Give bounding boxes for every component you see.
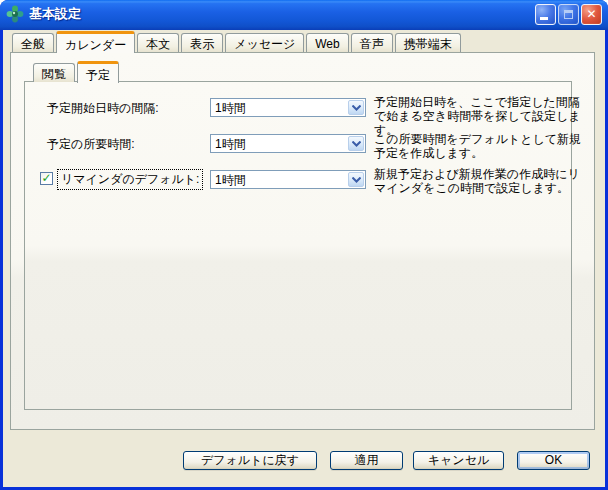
tab-voice[interactable]: 音声 [351, 33, 393, 52]
tab-message[interactable]: メッセージ [225, 33, 304, 52]
tab-body[interactable]: 本文 [137, 33, 179, 52]
window-title: 基本設定 [29, 5, 535, 23]
start-interval-value: 1時間 [211, 99, 347, 116]
reminder-value: 1時間 [211, 171, 347, 188]
start-interval-description: 予定開始日時を、ここで指定した間隔で始まる空き時間帯を探して設定します。 [374, 95, 589, 137]
reminder-checkbox[interactable]: ✓ [40, 172, 53, 185]
reminder-select[interactable]: 1時間 [210, 170, 366, 189]
chevron-down-icon[interactable] [348, 100, 364, 115]
tab-mobile[interactable]: 携帯端末 [395, 33, 461, 52]
apply-button[interactable]: 適用 [330, 451, 403, 470]
app-icon [6, 5, 24, 23]
maximize-button[interactable] [558, 4, 579, 25]
main-tabstrip: 全般 カレンダー 本文 表示 メッセージ Web 音声 携帯端末 [12, 31, 461, 52]
duration-description: この所要時間をデフォルトとして新規予定を作成します。 [374, 132, 589, 160]
titlebar[interactable]: 基本設定 ✕ [0, 0, 608, 30]
duration-select[interactable]: 1時間 [210, 134, 366, 153]
subtab-browse[interactable]: 閲覧 [33, 63, 75, 82]
reminder-label[interactable]: リマインダのデフォルト: [57, 169, 203, 190]
tab-web[interactable]: Web [306, 33, 348, 52]
minimize-icon [540, 17, 548, 20]
chevron-down-icon[interactable] [348, 136, 364, 151]
dialog-window: 基本設定 ✕ 全般 カレンダー 本文 表示 メッセージ Web 音声 携帯端末 [0, 0, 608, 490]
tab-display[interactable]: 表示 [181, 33, 223, 52]
duration-value: 1時間 [211, 135, 347, 152]
cancel-button[interactable]: キャンセル [413, 451, 504, 470]
calendar-tab-panel: 閲覧 予定 予定開始日時の間隔: 1時間 予定開始日時を、ここで指定した間隔で始… [10, 52, 595, 430]
sub-tabstrip: 閲覧 予定 [33, 60, 119, 82]
duration-label: 予定の所要時間: [47, 136, 135, 153]
window-controls: ✕ [535, 4, 602, 25]
tab-general[interactable]: 全般 [12, 33, 54, 52]
reminder-description: 新規予定および新規作業の作成時にリマインダをこの時間で設定します。 [374, 167, 589, 195]
close-icon: ✕ [582, 7, 601, 22]
restore-defaults-button[interactable]: デフォルトに戻す [183, 451, 317, 470]
start-interval-label: 予定開始日時の間隔: [47, 100, 159, 117]
tab-calendar[interactable]: カレンダー [56, 31, 135, 53]
close-button[interactable]: ✕ [581, 4, 602, 25]
ok-button[interactable]: OK [517, 451, 590, 470]
schedule-subtab-panel: 予定開始日時の間隔: 1時間 予定開始日時を、ここで指定した間隔で始まる空き時間… [24, 81, 572, 410]
minimize-button[interactable] [535, 4, 556, 25]
start-interval-select[interactable]: 1時間 [210, 98, 366, 117]
checkmark-icon: ✓ [41, 173, 51, 184]
maximize-icon [564, 10, 573, 19]
chevron-down-icon[interactable] [348, 172, 364, 187]
subtab-schedule[interactable]: 予定 [77, 61, 119, 83]
dialog-body: 全般 カレンダー 本文 表示 メッセージ Web 音声 携帯端末 閲覧 予定 予… [3, 30, 605, 487]
